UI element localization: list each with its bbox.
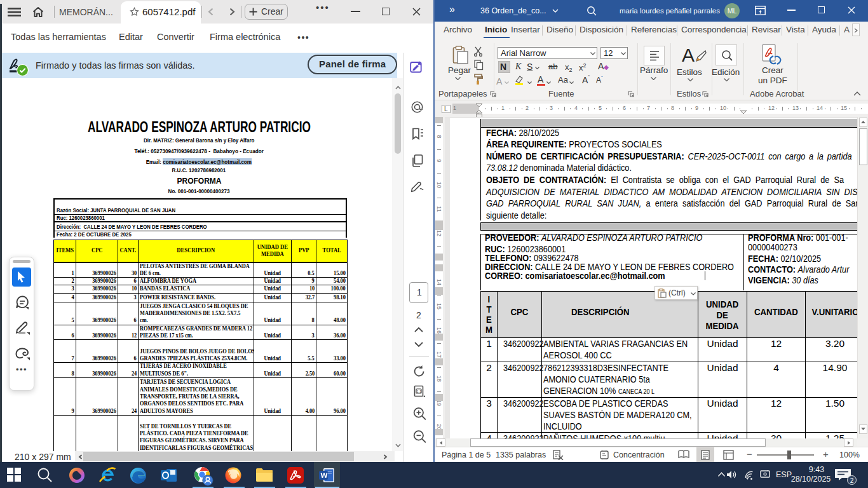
svg-text:1:1: 1:1 [417,390,422,393]
